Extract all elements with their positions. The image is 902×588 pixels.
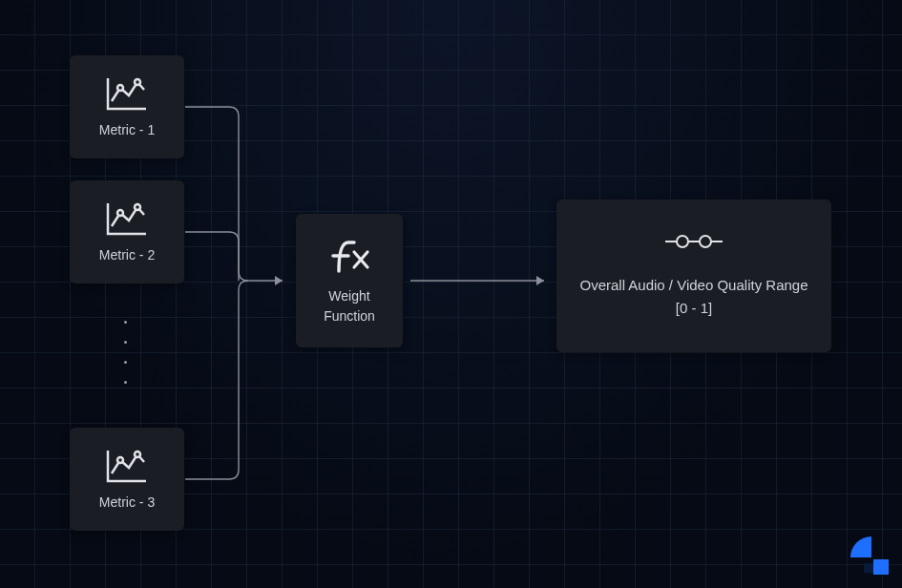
output-node: Overall Audio / Video Quality Range [0 -…	[556, 200, 831, 352]
line-chart-icon	[106, 201, 148, 236]
metric-2-label: Metric - 2	[99, 247, 155, 262]
metric-1-label: Metric - 1	[99, 122, 155, 137]
fx-icon	[327, 235, 371, 275]
svg-point-7	[677, 236, 688, 247]
metric-node-3: Metric - 3	[70, 428, 184, 531]
weight-function-node: Weight Function	[296, 214, 403, 347]
svg-point-9	[700, 236, 711, 247]
svg-point-5	[135, 452, 140, 457]
svg-point-1	[135, 79, 140, 85]
svg-marker-13	[536, 276, 544, 285]
output-label: Overall Audio / Video Quality Range [0 -…	[579, 274, 808, 320]
svg-point-2	[117, 210, 123, 216]
metric-node-1: Metric - 1	[70, 55, 184, 158]
svg-rect-14	[873, 559, 889, 575]
range-slider-icon	[665, 232, 723, 251]
svg-point-3	[135, 204, 140, 210]
line-chart-icon	[106, 76, 148, 111]
brand-logo-icon	[850, 536, 894, 580]
svg-rect-15	[864, 563, 873, 573]
ellipsis-dots	[124, 321, 127, 384]
metric-3-label: Metric - 3	[99, 494, 155, 510]
svg-point-4	[117, 457, 123, 463]
svg-marker-11	[275, 276, 283, 285]
svg-point-0	[117, 85, 123, 91]
metric-node-2: Metric - 2	[70, 180, 184, 284]
weight-function-label: Weight Function	[307, 286, 391, 326]
line-chart-icon	[106, 449, 148, 483]
